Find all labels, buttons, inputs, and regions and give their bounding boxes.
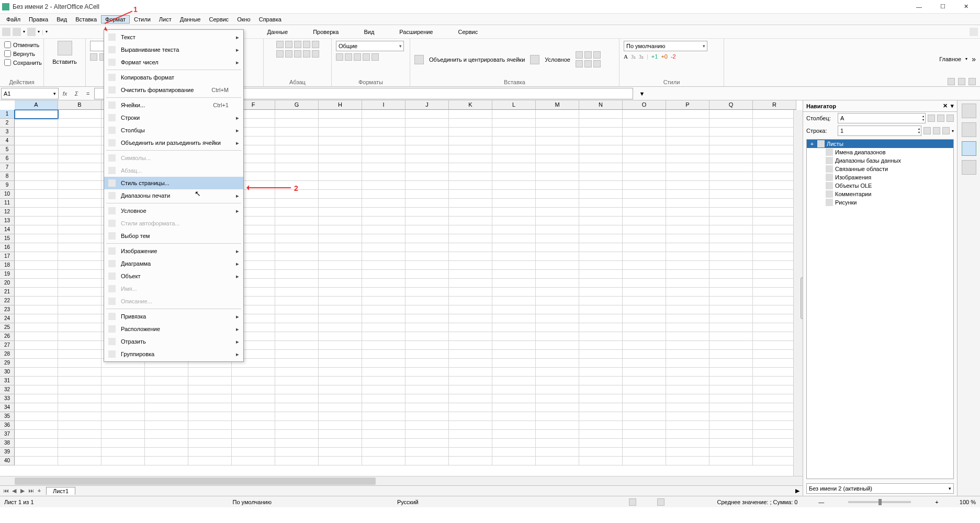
cell[interactable] [536,145,579,154]
cell[interactable] [319,261,362,270]
cell[interactable] [319,208,362,217]
cell[interactable] [492,199,536,208]
redo-check[interactable]: Вернуть [4,50,35,57]
cell[interactable] [666,448,709,457]
cell[interactable] [709,145,753,154]
cell[interactable] [623,332,666,341]
panel-resize-handle[interactable] [801,277,803,319]
cell[interactable] [15,208,58,217]
cell[interactable] [319,359,362,368]
cell[interactable] [666,377,709,385]
cell[interactable] [449,297,492,305]
cell[interactable] [492,421,536,430]
cell[interactable] [492,368,536,377]
navigator-tree[interactable]: +ЛистыИмена диапазоновДиапазоны базы дан… [806,139,954,479]
cell[interactable] [709,208,753,217]
cell[interactable] [102,421,145,430]
cell[interactable] [319,448,362,457]
cell[interactable] [15,199,58,208]
cell[interactable] [709,368,753,377]
cell[interactable] [405,234,449,243]
cell[interactable] [188,412,232,421]
cell[interactable] [709,128,753,137]
cell[interactable] [15,270,58,279]
align-justify-icon[interactable] [303,50,310,58]
cell[interactable] [319,279,362,288]
menu-окно[interactable]: Окно [233,15,255,24]
cell[interactable] [536,448,579,457]
menu-правка[interactable]: Правка [25,15,52,24]
cell[interactable] [579,119,623,128]
cell[interactable] [536,394,579,403]
sheet-prev-icon[interactable]: ◀ [10,487,18,494]
tree-item[interactable]: Рисунки [807,198,953,207]
tree-item[interactable]: +Листы [807,140,953,148]
row-header[interactable]: 36 [0,421,15,430]
cell[interactable] [666,359,709,368]
cell[interactable] [58,119,102,128]
menu-item[interactable]: Выравнивание текста▸ [104,43,243,56]
cell[interactable] [492,234,536,243]
cell[interactable] [536,430,579,439]
cell[interactable] [753,359,796,368]
cell[interactable] [58,412,102,421]
row-header[interactable]: 33 [0,394,15,403]
cell[interactable] [492,448,536,457]
menu-сервис[interactable]: Сервис [205,15,233,24]
cell[interactable] [275,208,319,217]
cell[interactable] [275,154,319,163]
cell[interactable] [319,368,362,377]
cell[interactable] [753,305,796,314]
cell[interactable] [536,163,579,172]
cell[interactable] [449,208,492,217]
cell[interactable] [709,252,753,261]
ribbon-tab-данные[interactable]: Данные [267,29,288,35]
cell[interactable] [623,137,666,145]
cell[interactable] [102,385,145,394]
cell[interactable] [492,110,536,119]
cell[interactable] [15,119,58,128]
cell[interactable] [753,439,796,448]
cell[interactable] [753,457,796,465]
zoom-slider[interactable] [848,501,911,503]
cell[interactable] [275,341,319,350]
cell[interactable] [579,314,623,323]
cell[interactable] [58,234,102,243]
cell[interactable] [405,154,449,163]
cell[interactable] [362,421,405,430]
cell[interactable] [536,154,579,163]
cell[interactable] [405,217,449,225]
cell[interactable] [579,145,623,154]
menu-item[interactable]: Ячейки...Ctrl+1 [104,99,243,111]
cell[interactable] [15,457,58,465]
cell[interactable] [623,163,666,172]
cell[interactable] [623,234,666,243]
cell[interactable] [623,208,666,217]
cell[interactable] [579,430,623,439]
cell[interactable] [753,137,796,145]
cell[interactable] [405,270,449,279]
cell[interactable] [362,412,405,421]
cell[interactable] [449,385,492,394]
cell[interactable] [536,323,579,332]
cell[interactable] [362,314,405,323]
row-header[interactable]: 6 [0,154,15,163]
zoom-out-icon[interactable]: — [818,499,824,505]
cell[interactable] [449,154,492,163]
cell[interactable] [275,288,319,297]
merge-label[interactable]: Объединить и центрировать ячейки [429,56,525,63]
col-width-icon[interactable] [593,60,601,67]
cell[interactable] [449,110,492,119]
cell[interactable] [449,252,492,261]
cell[interactable] [709,314,753,323]
cell[interactable] [58,279,102,288]
horizontal-scrollbar[interactable] [0,476,803,485]
cell[interactable] [709,430,753,439]
menu-item[interactable]: Строки▸ [104,111,243,124]
delete-col-icon[interactable] [576,60,583,67]
cell[interactable] [579,385,623,394]
cell[interactable] [753,190,796,199]
cell[interactable] [405,145,449,154]
cell[interactable] [492,403,536,412]
cell[interactable] [753,332,796,341]
